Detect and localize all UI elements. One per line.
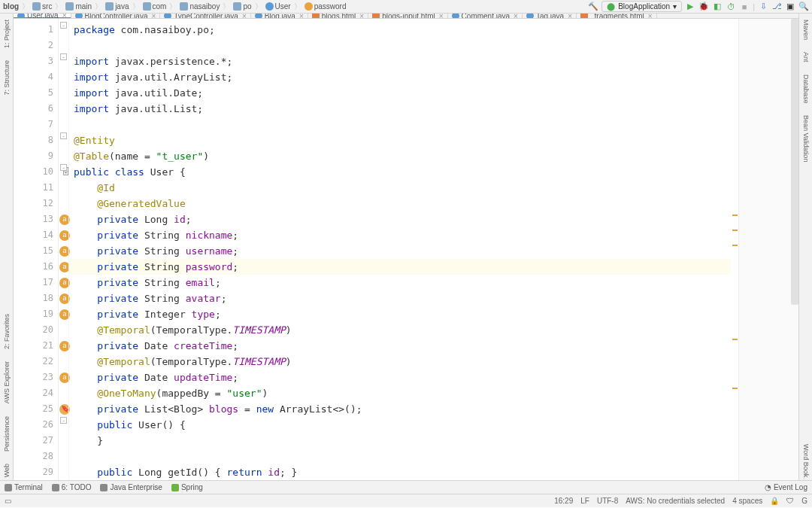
line-number[interactable]: 13a [14, 211, 58, 227]
breadcrumb-item[interactable]: src [32, 2, 52, 11]
line-number[interactable]: 26 [14, 417, 58, 433]
stop-icon[interactable]: ■ [739, 2, 750, 12]
code-line[interactable]: package com.nasaiboy.po; [69, 22, 731, 38]
warning-marker[interactable] [732, 339, 738, 340]
code-line[interactable]: @Temporal(TemporalType.TIMESTAMP) [69, 322, 731, 338]
line-ending[interactable]: LF [580, 497, 589, 505]
open-file-icon[interactable]: ▣ [785, 2, 795, 12]
editor-tab[interactable]: Comment.java× [448, 14, 523, 18]
search-icon[interactable]: 🔍 [798, 2, 809, 12]
warning-marker[interactable] [732, 214, 738, 216]
fold-toggle-icon[interactable]: - [60, 132, 67, 139]
close-icon[interactable]: × [514, 14, 518, 19]
line-number[interactable]: 14a [14, 227, 58, 243]
rail-favorites[interactable]: 2: Favorites [3, 311, 11, 352]
line-number[interactable]: 22 [14, 354, 58, 370]
code-line[interactable]: @Id [69, 180, 731, 196]
editor-tab[interactable]: _fragments.html× [577, 14, 657, 18]
git-branch-icon[interactable]: ⎇ [771, 2, 782, 12]
line-number[interactable]: 19a [14, 306, 58, 322]
code-line[interactable]: public User() { [69, 417, 731, 433]
code-line[interactable]: public Long getId() { return id; } [69, 464, 731, 480]
line-number[interactable]: 12 [14, 196, 58, 211]
editor-tab[interactable]: Tag.java× [523, 14, 577, 18]
line-number[interactable]: 29 [14, 464, 58, 480]
editor-tab[interactable]: Blog.java× [251, 14, 308, 18]
close-icon[interactable]: × [151, 14, 156, 19]
line-number[interactable]: 7 [14, 117, 58, 132]
breadcrumb-root[interactable]: blog [3, 2, 19, 11]
rail-maven[interactable]: Maven [802, 17, 810, 43]
code-line[interactable]: private String password; [69, 259, 731, 275]
warning-marker[interactable] [732, 388, 738, 389]
code-line[interactable] [69, 38, 731, 53]
line-number[interactable]: 3 [14, 53, 58, 69]
fold-toggle-icon[interactable]: - [60, 164, 67, 171]
coverage-icon[interactable]: ◧ [712, 2, 723, 12]
editor-tab[interactable]: TypeController.java× [160, 14, 250, 18]
todo-tool[interactable]: 6: TODO [52, 483, 92, 491]
line-number[interactable]: 10🗄 [14, 164, 58, 180]
close-icon[interactable]: × [242, 14, 247, 19]
spring-tool[interactable]: Spring [171, 483, 203, 491]
code-line[interactable]: private Integer type; [69, 306, 731, 322]
rail-bean-validation[interactable]: Bean Validation [802, 112, 810, 165]
editor-tab[interactable]: BlogController.java× [71, 14, 161, 18]
breadcrumb-item[interactable]: po [233, 2, 251, 11]
fold-toggle-icon[interactable]: - [60, 417, 67, 424]
line-number[interactable]: 23a [14, 370, 58, 385]
rail-database[interactable]: Database [802, 71, 810, 107]
build-icon[interactable]: 🔨 [588, 2, 598, 12]
editor-tab[interactable]: blogs.html× [308, 14, 368, 18]
rail-project[interactable]: 1: Project [3, 17, 11, 51]
code-line[interactable]: @Table(name = "t_user") [69, 148, 731, 164]
line-number[interactable]: 17a [14, 275, 58, 291]
readonly-lock-icon[interactable]: 🔒 [770, 497, 779, 505]
minimap-viewport[interactable] [791, 19, 798, 305]
code-line[interactable]: private List<Blog> blogs = new ArrayList… [69, 401, 731, 417]
event-log-tool[interactable]: ◔Event Log [765, 483, 807, 491]
line-number[interactable]: 5 [14, 85, 58, 101]
line-number[interactable]: 1 [14, 22, 58, 38]
terminal-tool[interactable]: Terminal [5, 483, 43, 491]
code-line[interactable]: private Date createTime; [69, 338, 731, 354]
git-pull-icon[interactable]: ⇩ [758, 2, 768, 12]
breadcrumb-field[interactable]: password [304, 2, 347, 11]
code-line[interactable]: @OneToMany(mappedBy = "user") [69, 385, 731, 401]
memory-indicator-icon[interactable]: G [801, 497, 807, 505]
line-number[interactable]: 18a [14, 291, 58, 306]
aws-status[interactable]: AWS: No credentials selected [626, 497, 725, 505]
debug-icon[interactable]: 🐞 [698, 2, 709, 12]
breadcrumb-item[interactable]: main [65, 2, 92, 11]
code-line[interactable]: private String username; [69, 243, 731, 259]
status-message-icon[interactable]: ▭ [5, 497, 11, 505]
code-line[interactable] [69, 449, 731, 464]
fold-toggle-icon[interactable]: - [60, 53, 67, 60]
breadcrumb-item[interactable]: com [143, 2, 167, 11]
line-number[interactable]: 11 [14, 180, 58, 196]
rail-ant[interactable]: Ant [802, 49, 810, 65]
line-number[interactable]: 2 [14, 38, 58, 53]
code-line[interactable]: @GeneratedValue [69, 196, 731, 211]
code-line[interactable]: private Long id; [69, 211, 731, 227]
code-line[interactable]: private String avatar; [69, 291, 731, 306]
code-line[interactable]: import javax.persistence.*; [69, 53, 731, 69]
code-line[interactable]: private String nickname; [69, 227, 731, 243]
code-line[interactable]: import java.util.ArrayList; [69, 69, 731, 85]
editor-tab[interactable]: User.java× [14, 14, 71, 19]
rail-structure[interactable]: 7: Structure [3, 57, 11, 99]
file-encoding[interactable]: UTF-8 [597, 497, 618, 505]
code-line[interactable]: import java.util.Date; [69, 85, 731, 101]
code-line[interactable]: private String email; [69, 275, 731, 291]
line-number[interactable]: 27 [14, 433, 58, 449]
run-icon[interactable]: ▶ [685, 2, 695, 12]
line-number[interactable]: 16a [14, 259, 58, 275]
rail-web[interactable]: Web [3, 461, 11, 480]
line-number[interactable]: 25🔖 [14, 401, 58, 417]
cursor-position[interactable]: 16:29 [554, 497, 573, 505]
fold-toggle-icon[interactable]: - [60, 22, 67, 29]
line-number[interactable]: 28 [14, 449, 58, 464]
profile-icon[interactable]: ⏱ [726, 2, 736, 12]
line-number[interactable]: 21a [14, 338, 58, 354]
javaee-tool[interactable]: Java Enterprise [100, 483, 162, 491]
